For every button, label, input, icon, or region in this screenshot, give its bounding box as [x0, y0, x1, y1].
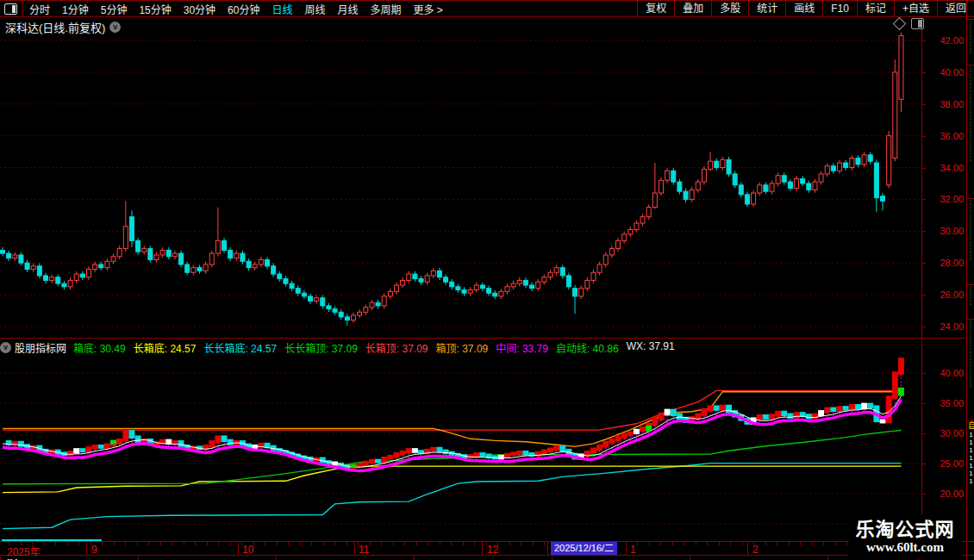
- price-axis-line: [921, 17, 922, 556]
- time-tick: [474, 542, 475, 545]
- indicator-header[interactable]: v 股朋指标网 箱底: 30.49长箱底: 24.57长长箱底: 24.57长长…: [0, 339, 921, 355]
- right-strip-section[interactable]: ⋮⋮⋮⋮⋮: [967, 19, 974, 65]
- toolbar-button-7[interactable]: +自选: [894, 1, 937, 16]
- time-tick: [311, 542, 312, 545]
- axis-label: 20.00: [926, 488, 964, 499]
- axis-label: 40.00: [926, 368, 964, 378]
- panel-divider-line: [0, 338, 966, 339]
- chart-tool-icons: [895, 18, 924, 29]
- toolbar-button-2[interactable]: 多股: [711, 1, 748, 16]
- period-tab-7[interactable]: 周线: [298, 2, 331, 16]
- right-strip-section[interactable]: ⋮⋮⋮: [967, 284, 974, 319]
- time-axis-separator: [86, 542, 87, 555]
- toolbar-button-1[interactable]: 叠加: [674, 1, 711, 16]
- time-axis-separator: [547, 542, 548, 555]
- axis-label: 28.00: [926, 258, 964, 268]
- period-tab-2[interactable]: 5分钟: [95, 2, 134, 16]
- indicator-field: 长长箱底: 24.57: [203, 340, 277, 355]
- time-tick: [719, 542, 720, 545]
- toolbar-button-4[interactable]: 画线: [785, 1, 822, 16]
- right-strip-self-mark: 自: [967, 420, 974, 431]
- time-tick: [265, 542, 265, 545]
- time-tick: [835, 542, 836, 545]
- stock-title-row[interactable]: 深科达(日线.前复权) v: [5, 19, 121, 35]
- period-tab-0[interactable]: 分时: [23, 2, 56, 16]
- time-axis-separator: [626, 542, 627, 555]
- watermark-url: www.60lt.com: [866, 540, 944, 555]
- time-tick: [78, 542, 79, 545]
- time-tick: [521, 542, 521, 545]
- time-tick: [789, 542, 790, 545]
- axis-label: 34.00: [926, 163, 964, 173]
- time-tick: [533, 542, 534, 545]
- indicator-chart-canvas[interactable]: [0, 356, 921, 541]
- period-tab-10[interactable]: 更多 >: [408, 2, 449, 16]
- time-tick: [323, 542, 324, 545]
- time-tick: [440, 542, 440, 545]
- time-tick: [742, 542, 743, 545]
- watermark: 乐淘公式网 www.60lt.com: [848, 515, 962, 558]
- time-tick: [416, 542, 417, 545]
- toolbar-button-6[interactable]: 标记: [857, 1, 894, 16]
- time-tick: [381, 542, 382, 545]
- axis-label: 25.00: [926, 458, 964, 469]
- indicator-collapse-icon[interactable]: v: [0, 342, 11, 353]
- cutoff-grid-mark: [827, 557, 828, 560]
- right-strip-section[interactable]: ⋮⋮⋮⋮⋮⋮⋮⋮⋮: [967, 198, 974, 284]
- period-tab-6[interactable]: 日线: [265, 2, 298, 16]
- panel-toggle-icon[interactable]: [4, 3, 17, 15]
- cutoff-row: ▪▪ ▪: [0, 557, 974, 560]
- axis-label: 42.00: [926, 35, 964, 46]
- toolbar-button-5[interactable]: F10: [822, 1, 857, 16]
- time-tick: [184, 542, 184, 545]
- time-axis-label: 11: [359, 544, 369, 556]
- time-tick: [277, 542, 278, 545]
- period-tab-3[interactable]: 15分钟: [133, 2, 177, 16]
- top-toolbar: 分时1分钟5分钟15分钟30分钟60分钟日线周线月线多周期更多 > 复权叠加多股…: [0, 0, 974, 17]
- diamond-marker-icon[interactable]: [893, 17, 907, 31]
- time-axis-label: 12: [487, 544, 498, 556]
- indicator-field: 长箱底: 24.57: [134, 340, 197, 355]
- axis-label: 35.00: [926, 398, 964, 408]
- time-axis-separator: [482, 542, 483, 555]
- time-tick: [812, 542, 813, 545]
- axis-label: 36.00: [926, 131, 964, 141]
- right-sidebar-strip[interactable]: ⋮⋮⋮⋮⋮⋮⋮⋮⋮⋮⋮⋮⋮⋮⋮⋮⋮⋮⋮⋮⋮⋮⋮⋮⋮⋮⋮⋮⋮⋮⋮⋮⋮⋮⋮⋮⋮⋮⋮⋮…: [966, 0, 974, 560]
- indicator-field: 箱底: 30.49: [73, 340, 126, 355]
- time-tick: [300, 542, 301, 545]
- indicator-field: 长箱顶: 37.09: [365, 340, 428, 355]
- period-menu: 分时1分钟5分钟15分钟30分钟60分钟日线周线月线多周期更多 >: [0, 1, 449, 16]
- indicator-field: 中间: 33.79: [496, 340, 548, 355]
- indicator-values: 箱底: 30.49长箱底: 24.57长长箱底: 24.57长长箱顶: 37.0…: [73, 340, 683, 355]
- period-tab-8[interactable]: 月线: [332, 2, 365, 16]
- period-tab-4[interactable]: 30分钟: [178, 2, 222, 16]
- time-tick: [393, 542, 394, 545]
- time-axis[interactable]: 2025年91011122025/12/16/二12: [0, 541, 974, 556]
- period-tab-1[interactable]: 1分钟: [56, 2, 95, 16]
- toolbar-button-0[interactable]: 复权: [637, 1, 674, 16]
- selected-date-box[interactable]: 2025/12/16/二: [551, 542, 617, 555]
- indicator-field: 启动线: 40.86: [556, 340, 619, 355]
- right-strip-section[interactable]: ⋮⋮⋮⋮⋮⋮⋮⋮⋮⋮⋮⋮⋮⋮: [967, 65, 974, 198]
- action-menu: 复权叠加多股统计画线F10标记+自选返回: [637, 1, 974, 16]
- layout-split-icon[interactable]: [911, 18, 924, 29]
- right-strip-section[interactable]: ⋮⋮⋮⋮⋮⋮⋮⋮⋮⋮: [967, 319, 974, 420]
- period-tab-5[interactable]: 60分钟: [222, 2, 265, 16]
- time-tick: [347, 542, 347, 545]
- period-tab-9[interactable]: 多周期: [365, 2, 408, 16]
- time-axis-separator: [747, 542, 748, 555]
- chevron-down-icon[interactable]: v: [109, 22, 121, 33]
- time-tick: [67, 542, 68, 545]
- time-tick: [777, 542, 777, 545]
- time-tick: [463, 542, 464, 545]
- time-tick: [44, 542, 45, 545]
- toolbar-button-3[interactable]: 统计: [748, 1, 785, 16]
- main-chart-canvas[interactable]: [0, 17, 921, 338]
- time-tick: [765, 542, 766, 545]
- time-tick: [114, 542, 115, 545]
- time-tick: [288, 542, 289, 545]
- axis-label: 32.00: [926, 194, 964, 204]
- time-tick: [637, 542, 638, 545]
- time-tick: [544, 542, 545, 545]
- time-tick: [672, 542, 673, 545]
